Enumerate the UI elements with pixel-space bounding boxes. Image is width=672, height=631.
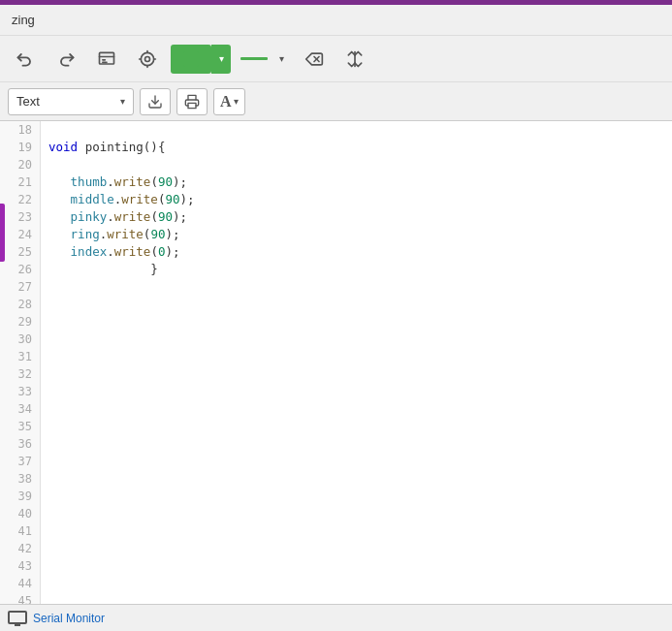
code-line [48, 278, 664, 296]
font-size-icon: A [220, 93, 232, 110]
run-button[interactable] [171, 45, 211, 74]
serial-plotter-button[interactable] [130, 42, 165, 77]
line-number: 33 [0, 383, 40, 400]
line-number: 22 [0, 191, 40, 208]
line-number: 28 [0, 296, 40, 313]
line-number: 21 [0, 174, 40, 191]
code-line [48, 470, 664, 488]
serial-monitor-button[interactable] [89, 42, 124, 77]
code-line [48, 522, 664, 540]
run-button-group: ▾ [171, 45, 231, 74]
svg-rect-16 [9, 612, 26, 623]
line-number: 32 [0, 365, 40, 383]
font-size-button[interactable]: A ▾ [213, 88, 245, 115]
line-number: 37 [0, 453, 40, 470]
font-type-dropdown[interactable]: Text ▾ [8, 88, 134, 115]
title-bar: zing [0, 5, 672, 36]
code-line [48, 575, 664, 592]
svg-rect-15 [188, 103, 196, 108]
download-button[interactable] [140, 88, 171, 115]
line-number: 19 [0, 139, 40, 156]
line-number: 30 [0, 331, 40, 348]
code-line: middle.write(90); [48, 191, 664, 208]
line-number: 27 [0, 278, 40, 296]
line-indicator [240, 57, 268, 60]
code-line [48, 331, 664, 348]
svg-point-4 [141, 52, 153, 65]
svg-rect-10 [183, 51, 199, 67]
code-line: index.write(0); [48, 243, 664, 261]
code-line [48, 418, 664, 435]
code-line [48, 365, 664, 383]
code-line: void pointing(){ [48, 139, 664, 156]
code-line [48, 435, 664, 453]
code-line [48, 156, 664, 174]
print-button[interactable] [176, 88, 208, 115]
line-dropdown-button[interactable]: ▾ [272, 45, 291, 74]
font-size-dropdown-arrow: ▾ [234, 96, 239, 107]
line-number: 29 [0, 313, 40, 331]
line-button-group: ▾ [237, 45, 291, 74]
svg-point-5 [145, 56, 150, 61]
line-number: 26 [0, 261, 40, 278]
line-button[interactable] [237, 45, 272, 74]
code-line [48, 488, 664, 505]
line-number: 23 [0, 208, 40, 226]
monitor-icon [8, 611, 27, 626]
left-panel-indicator [0, 204, 5, 262]
line-number: 41 [0, 522, 40, 540]
secondary-toolbar: Text ▾ A ▾ [0, 82, 672, 121]
line-number: 24 [0, 226, 40, 243]
line-number: 31 [0, 348, 40, 365]
code-line [48, 453, 664, 470]
code-line [48, 121, 664, 139]
main-toolbar: ▾ ▾ [0, 36, 672, 82]
line-number: 45 [0, 592, 40, 604]
serial-monitor-link[interactable]: Serial Monitor [33, 612, 105, 625]
line-number: 18 [0, 121, 40, 139]
line-number: 36 [0, 435, 40, 453]
line-number: 40 [0, 505, 40, 522]
font-dropdown-arrow: ▾ [120, 96, 125, 107]
line-number: 20 [0, 156, 40, 174]
line-number: 43 [0, 557, 40, 575]
line-number: 42 [0, 540, 40, 557]
code-line: thumb.write(90); [48, 174, 664, 191]
code-editor[interactable]: void pointing(){ thumb.write(90); middle… [41, 121, 672, 604]
run-dropdown-button[interactable]: ▾ [211, 45, 231, 74]
editor-container: 1819202122232425262728293031323334353637… [0, 121, 672, 604]
code-line [48, 313, 664, 331]
code-line [48, 557, 664, 575]
status-bar: Serial Monitor [0, 604, 672, 631]
line-number: 44 [0, 575, 40, 592]
redo-button[interactable] [48, 42, 83, 77]
code-line [48, 296, 664, 313]
code-line: } [48, 261, 664, 278]
undo-button[interactable] [8, 42, 43, 77]
line-number: 25 [0, 243, 40, 261]
code-line [48, 505, 664, 522]
code-line [48, 348, 664, 365]
line-number: 39 [0, 488, 40, 505]
line-number: 35 [0, 418, 40, 435]
code-line [48, 400, 664, 418]
mirror-button[interactable] [337, 42, 372, 77]
line-number: 34 [0, 400, 40, 418]
line-numbers: 1819202122232425262728293031323334353637… [0, 121, 41, 604]
code-line [48, 383, 664, 400]
line-number: 38 [0, 470, 40, 488]
format-button[interactable] [297, 42, 332, 77]
code-line [48, 540, 664, 557]
code-line: pinky.write(90); [48, 208, 664, 226]
code-line [48, 592, 664, 604]
app-title: zing [12, 13, 35, 27]
code-line: ring.write(90); [48, 226, 664, 243]
font-type-label: Text [16, 94, 40, 109]
